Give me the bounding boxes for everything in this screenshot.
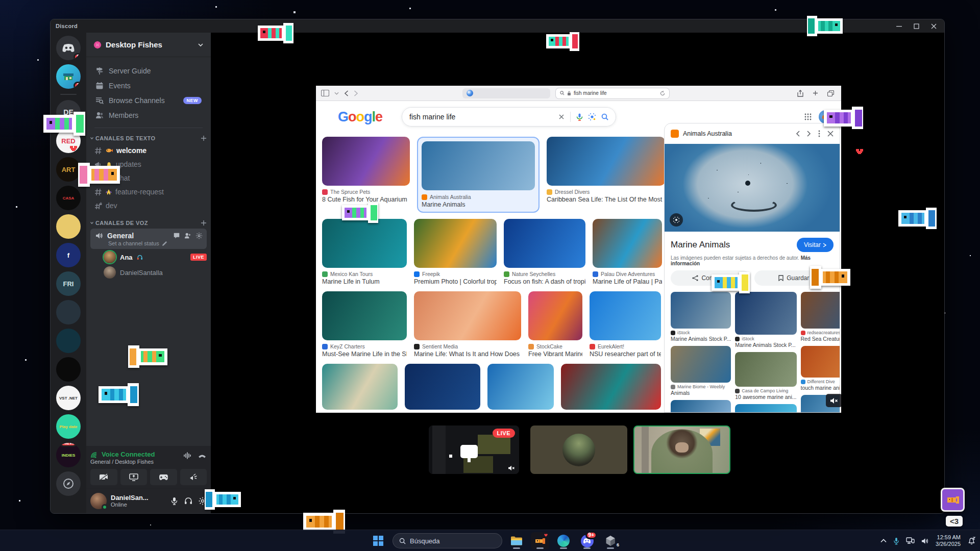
image-result-card[interactable]: DIVE MagazineEgypt's marine life - DIVE … xyxy=(405,364,480,413)
related-image[interactable] xyxy=(671,292,731,329)
server-header[interactable]: Desktop Fishes xyxy=(86,33,211,57)
pixel-fish[interactable] xyxy=(894,206,938,231)
reload-icon[interactable] xyxy=(660,91,665,96)
screenshare-view[interactable]: fish marine life Google fish marine life xyxy=(316,86,841,413)
close-button[interactable] xyxy=(926,20,941,32)
image-lens-icon[interactable] xyxy=(670,213,683,227)
participant-tile-ana[interactable] xyxy=(633,425,730,474)
panel-main-image[interactable] xyxy=(665,144,840,232)
related-image-card[interactable]: iStockMarine Animals Stock P... xyxy=(735,292,796,348)
related-image[interactable] xyxy=(801,292,840,329)
address-bar[interactable]: fish marine life xyxy=(556,88,669,98)
discord-home-button[interactable]: 5 xyxy=(56,36,81,60)
server-icon-playdate-squad[interactable]: Play date xyxy=(56,414,81,439)
image-result-card[interactable]: Dressel DiversCaribbean Sea Life: The Li… xyxy=(547,137,665,213)
result-image[interactable] xyxy=(593,219,662,268)
image-result-card[interactable]: Sentient MediaMarine Life: What Is It an… xyxy=(414,291,521,358)
soundboard-button[interactable] xyxy=(180,469,207,485)
panel-more-icon[interactable] xyxy=(818,130,820,137)
voice-participant-danielsantalla[interactable]: DanielSantalla xyxy=(100,265,211,280)
camera-button[interactable] xyxy=(90,469,117,485)
server-icon-emblem[interactable] xyxy=(56,329,81,353)
pixel-fish[interactable] xyxy=(127,344,172,369)
related-image-card[interactable]: iStockMarine Animals Stock P... xyxy=(671,292,731,342)
result-image[interactable] xyxy=(322,137,410,186)
discord-app-icon[interactable]: 9+ xyxy=(578,532,596,549)
explore-servers-button[interactable] xyxy=(56,471,81,496)
stream-mute-icon[interactable] xyxy=(826,394,841,407)
pixel-fish[interactable] xyxy=(805,14,846,37)
forward-icon[interactable] xyxy=(354,90,358,96)
sidebar-item-events[interactable]: Events xyxy=(90,79,207,93)
screenshare-button[interactable] xyxy=(120,469,148,485)
new-tab-icon[interactable] xyxy=(813,90,818,96)
pixel-fish[interactable] xyxy=(77,161,125,188)
start-button[interactable] xyxy=(369,532,387,549)
server-icon-duck[interactable] xyxy=(56,214,81,239)
image-result-card[interactable]: Galapagos IslandsGalapagos Islands Marin… xyxy=(322,364,398,413)
tray-volume-icon[interactable] xyxy=(921,538,929,544)
image-result-card[interactable]: KeyZ ChartersMust-See Marine Life in the… xyxy=(322,291,407,358)
voice-channels-section[interactable]: CANALES DE VOZ xyxy=(86,213,211,228)
related-image[interactable] xyxy=(735,292,796,335)
image-result-card[interactable]: Animals AustraliaMarine Animals xyxy=(417,137,540,213)
related-image[interactable] xyxy=(735,352,796,387)
visit-button[interactable]: Visitar xyxy=(797,238,834,252)
toolbar-chevron-icon[interactable] xyxy=(334,91,339,95)
text-channels-section[interactable]: CANALES DE TEXTO xyxy=(86,128,211,143)
result-image[interactable] xyxy=(547,137,665,186)
back-icon[interactable] xyxy=(344,90,349,96)
invite-member-icon[interactable] xyxy=(184,232,191,239)
result-image[interactable] xyxy=(405,364,480,410)
desktop-fishes-app-icon[interactable] xyxy=(531,532,549,549)
related-image-card[interactable] xyxy=(735,404,796,413)
taskbar-clock[interactable]: 12:59 AM 3/26/2025 xyxy=(936,534,961,547)
sidebar-item-browse-channels[interactable]: Browse ChannelsNEW xyxy=(90,93,207,108)
add-channel-icon[interactable] xyxy=(201,135,207,141)
result-image[interactable] xyxy=(322,219,407,268)
image-result-card[interactable]: StockCakeFree Vibrant Marine Life Im... xyxy=(528,291,582,358)
open-chat-icon[interactable] xyxy=(173,232,180,239)
disconnect-call-icon[interactable] xyxy=(198,452,207,460)
result-image[interactable] xyxy=(322,291,407,340)
pixel-fish[interactable] xyxy=(94,382,140,408)
panel-next-icon[interactable] xyxy=(807,131,811,137)
google-lens-icon[interactable] xyxy=(589,113,596,120)
channel-status-hint[interactable]: Set a channel status xyxy=(108,240,159,246)
result-image[interactable] xyxy=(414,291,521,340)
user-name[interactable]: DanielSan... xyxy=(111,494,149,502)
related-image[interactable]: DANGEROUS OCEAN ANIMALS xyxy=(671,400,731,413)
channel-dev[interactable]: dev xyxy=(90,199,207,212)
sidebar-toggle-icon[interactable] xyxy=(321,90,329,96)
voice-status[interactable]: Voice Connected xyxy=(102,450,155,458)
image-result-card[interactable]: Amazon.comAmazon.com : Underwater View .… xyxy=(487,364,554,413)
image-result-card[interactable]: Palau Dive AdventuresMarine Life of Pala… xyxy=(593,219,662,285)
pixel-fish[interactable] xyxy=(39,110,87,137)
image-result-card[interactable]: EurekAlert!NSU researcher part of team s… xyxy=(590,291,661,358)
google-apps-icon[interactable] xyxy=(804,113,812,120)
server-icon-f-server[interactable]: f xyxy=(56,243,81,267)
pixel-fish[interactable] xyxy=(707,270,751,295)
pixel-fish[interactable] xyxy=(820,105,865,131)
sidebar-item-server-guide[interactable]: Server Guide xyxy=(90,64,207,78)
unity-app-icon[interactable]: 6 xyxy=(601,532,620,549)
minimize-button[interactable] xyxy=(891,20,906,32)
google-search-box[interactable]: fish marine life xyxy=(402,107,616,127)
channel-settings-icon[interactable] xyxy=(195,232,203,239)
fish-pet-button[interactable] xyxy=(941,488,965,512)
stream-preview-tile[interactable]: LIVE xyxy=(429,425,519,474)
add-channel-icon[interactable] xyxy=(201,220,207,226)
channel-welcome[interactable]: welcome xyxy=(90,144,207,157)
panel-close-icon[interactable] xyxy=(827,131,834,137)
pixel-fish[interactable] xyxy=(254,21,295,44)
server-icon-casa-house[interactable]: CASA xyxy=(56,186,81,210)
result-image[interactable] xyxy=(414,219,497,268)
result-image[interactable] xyxy=(528,291,582,340)
pixel-fish[interactable] xyxy=(543,31,580,52)
related-image-card[interactable]: Marine Biome - WeeblyAnimals xyxy=(671,346,731,396)
image-result-card[interactable]: FreepikPremium Photo | Colorful tropical… xyxy=(414,219,497,285)
voice-participant-ana[interactable]: AnaLIVE xyxy=(100,249,211,265)
result-image[interactable] xyxy=(590,291,661,340)
do-not-disturb-icon[interactable] xyxy=(967,537,976,545)
result-image[interactable] xyxy=(561,364,661,410)
